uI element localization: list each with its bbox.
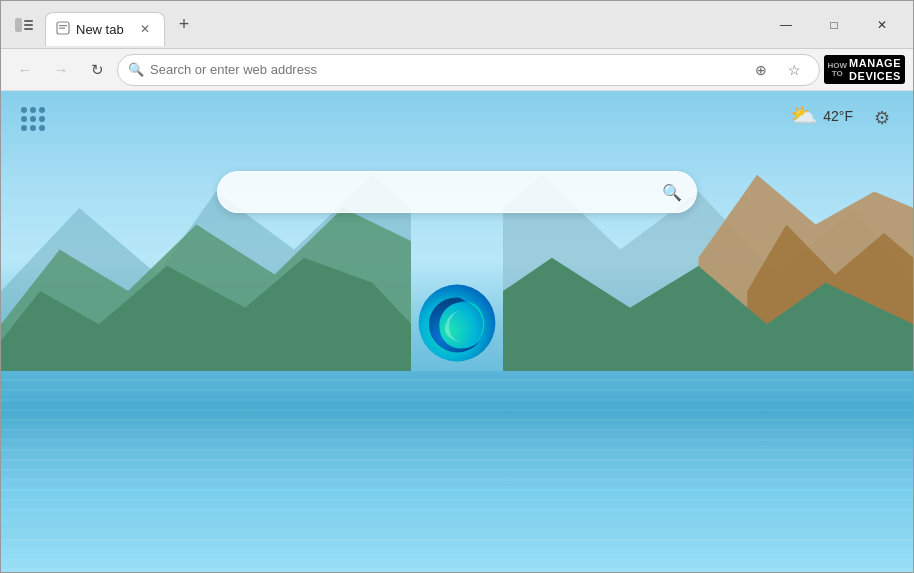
close-button[interactable]: ✕ bbox=[859, 9, 905, 41]
refresh-button[interactable]: ↻ bbox=[81, 54, 113, 86]
address-search-icon: 🔍 bbox=[128, 62, 144, 77]
apps-dot-8 bbox=[30, 125, 36, 131]
address-input[interactable] bbox=[150, 62, 741, 77]
settings-gear-icon: ⚙ bbox=[874, 107, 890, 129]
svg-rect-3 bbox=[24, 28, 33, 30]
svg-rect-5 bbox=[59, 25, 67, 26]
tab-title: New tab bbox=[76, 22, 130, 37]
search-box: 🔍 bbox=[217, 171, 697, 213]
maximize-icon: □ bbox=[830, 18, 837, 32]
apps-dot-9 bbox=[39, 125, 45, 131]
favorites-button[interactable]: ☆ bbox=[781, 56, 809, 84]
svg-rect-2 bbox=[24, 24, 33, 26]
tab-page-icon bbox=[56, 21, 70, 38]
content-area: ⛅ 42°F ⚙ 🔍 bbox=[1, 91, 913, 573]
forward-button[interactable]: → bbox=[45, 54, 77, 86]
refresh-icon: ↻ bbox=[91, 61, 104, 79]
minimize-button[interactable]: — bbox=[763, 9, 809, 41]
newtab-settings-button[interactable]: ⚙ bbox=[867, 103, 897, 133]
close-icon: ✕ bbox=[877, 18, 887, 32]
apps-dot-7 bbox=[21, 125, 27, 131]
manage-label: MANAGE bbox=[849, 57, 901, 69]
howto-text: HOW TO bbox=[828, 62, 848, 78]
svg-rect-6 bbox=[59, 27, 65, 28]
newtab-search-input[interactable] bbox=[232, 184, 654, 200]
new-tab-button[interactable]: + bbox=[169, 10, 199, 40]
back-icon: ← bbox=[18, 61, 33, 78]
newtab-overlay: ⛅ 42°F ⚙ 🔍 bbox=[1, 91, 913, 573]
search-box-container: 🔍 bbox=[217, 171, 697, 213]
newtab-search-icon[interactable]: 🔍 bbox=[662, 183, 682, 202]
favorites-add-button[interactable]: ⊕ bbox=[747, 56, 775, 84]
tab-strip: New tab ✕ + bbox=[45, 4, 763, 46]
title-bar: New tab ✕ + — □ ✕ bbox=[1, 1, 913, 49]
nav-bar: ← → ↻ 🔍 ⊕ ☆ HOW TO MANAGE DEVICES bbox=[1, 49, 913, 91]
apps-dot-5 bbox=[30, 116, 36, 122]
tab-close-button[interactable]: ✕ bbox=[136, 20, 154, 38]
maximize-button[interactable]: □ bbox=[811, 9, 857, 41]
weather-icon: ⛅ bbox=[790, 103, 817, 129]
svg-rect-1 bbox=[24, 20, 33, 22]
weather-temperature: 42°F bbox=[823, 108, 853, 124]
apps-dot-2 bbox=[30, 107, 36, 113]
devices-label: DEVICES bbox=[849, 70, 901, 82]
minimize-icon: — bbox=[780, 18, 792, 32]
apps-dot-1 bbox=[21, 107, 27, 113]
new-tab-icon: + bbox=[179, 14, 190, 35]
howto-manage-devices-badge[interactable]: HOW TO MANAGE DEVICES bbox=[824, 55, 905, 83]
toolbar-right: HOW TO MANAGE DEVICES bbox=[824, 55, 905, 83]
apps-grid-button[interactable] bbox=[21, 107, 45, 131]
to-label: TO bbox=[832, 70, 843, 78]
apps-dot-3 bbox=[39, 107, 45, 113]
sidebar-toggle-button[interactable] bbox=[9, 10, 39, 40]
weather-widget[interactable]: ⛅ 42°F bbox=[790, 103, 853, 129]
svg-rect-0 bbox=[15, 18, 22, 32]
address-bar: 🔍 ⊕ ☆ bbox=[117, 54, 820, 86]
apps-dot-4 bbox=[21, 116, 27, 122]
back-button[interactable]: ← bbox=[9, 54, 41, 86]
apps-dot-6 bbox=[39, 116, 45, 122]
edge-logo bbox=[417, 283, 497, 363]
favorites-icon: ☆ bbox=[788, 62, 801, 78]
active-tab[interactable]: New tab ✕ bbox=[45, 12, 165, 46]
window-controls: — □ ✕ bbox=[763, 9, 905, 41]
favorites-add-icon: ⊕ bbox=[755, 62, 767, 78]
forward-icon: → bbox=[54, 61, 69, 78]
